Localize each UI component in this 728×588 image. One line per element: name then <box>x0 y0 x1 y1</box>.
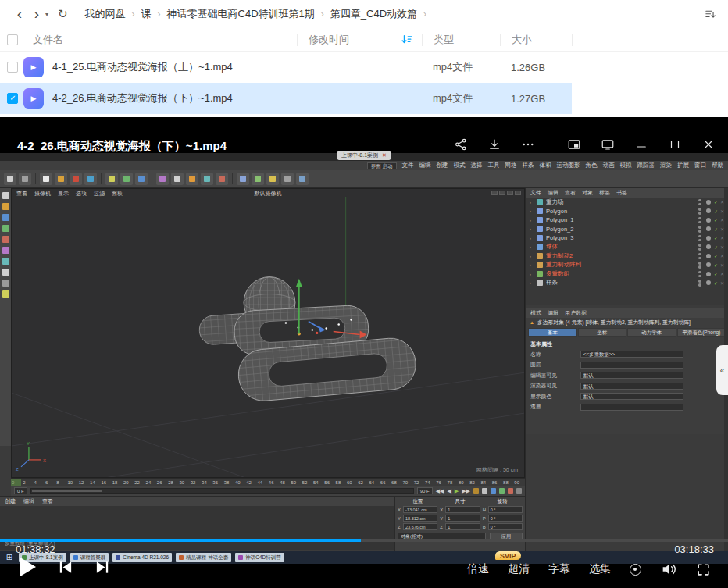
tab-phong: 平滑着色(Phong) <box>677 328 726 337</box>
volume-icon[interactable] <box>660 561 677 578</box>
picture-in-picture-icon[interactable] <box>567 137 581 151</box>
breadcrumb-item[interactable]: 课 <box>141 7 152 21</box>
breadcrumb-separator-icon: › <box>321 9 324 20</box>
play-button[interactable] <box>20 558 36 576</box>
basic-properties-section-title: 基本属性 <box>526 337 728 350</box>
viewport-menu-item: 查看 <box>16 190 27 197</box>
file-name[interactable]: 4-2_26.电商动态视觉海报（下）~1.mp4 <box>52 91 233 105</box>
quality-button[interactable]: SVIP 超清 <box>508 562 530 576</box>
object-type-icon <box>537 217 543 223</box>
row-checkbox[interactable] <box>7 93 18 104</box>
c4d-menu-item: 模拟 <box>620 162 632 169</box>
back-icon[interactable]: ‹ <box>11 5 28 23</box>
sort-desc-icon[interactable] <box>401 34 412 45</box>
timeline-tick-label: 20 <box>123 480 134 485</box>
c4d-toolbar <box>0 170 728 188</box>
refresh-icon[interactable]: ↻ <box>58 7 68 21</box>
object-type-triangle-icon: ▲ <box>530 320 534 325</box>
timeline-tick-label: 80 <box>458 480 469 485</box>
toolbar-icon <box>40 173 52 185</box>
timeline-tick-label: 38 <box>223 480 234 485</box>
rot-b-field: 0 ° <box>488 523 523 530</box>
forward-icon[interactable]: › <box>28 5 45 23</box>
download-icon[interactable] <box>487 137 501 151</box>
expand-caret-icon: › <box>530 244 534 249</box>
column-header-type[interactable]: 类型 <box>422 34 500 46</box>
more-icon[interactable] <box>521 137 535 151</box>
share-icon[interactable] <box>454 137 468 151</box>
attribute-label: 渲染器可见 <box>530 382 576 390</box>
selection-info-text: 多边形对象 (4 元素) [球体, 重力制动2, 重力制动阵列, 重力制动阵] <box>537 319 691 326</box>
next-episode-button[interactable] <box>95 559 111 576</box>
timeline-tick-label: 24 <box>145 480 156 485</box>
rot-p-field: 0 ° <box>488 515 523 522</box>
minimize-icon[interactable] <box>634 137 648 151</box>
table-row[interactable]: ▶ 4-2_26.电商动态视觉海报（下）~1.mp4 mp4文件 1.27GB <box>0 83 728 114</box>
table-row[interactable]: ▶ 4-1_25.电商动态视觉海报（上）~1.mp4 mp4文件 1.26GB <box>0 52 728 83</box>
episodes-button[interactable]: 选集 <box>589 562 611 576</box>
timeline-tick-label: 72 <box>413 480 424 485</box>
fullscreen-icon[interactable] <box>696 562 711 577</box>
progress-bar[interactable] <box>0 539 728 542</box>
select-all-checkbox[interactable] <box>7 34 18 45</box>
object-type-icon <box>537 253 543 259</box>
c4d-menu-item: 编辑 <box>419 162 431 169</box>
c4d-menu-item: 跟踪器 <box>637 162 655 169</box>
breadcrumb-item[interactable]: 第四章_C4D动效篇 <box>330 7 417 21</box>
pos-z-field: 23.676 cm <box>403 523 437 530</box>
toolbar-icon <box>70 173 82 185</box>
coords-size-title: 尺寸 <box>440 498 480 504</box>
object-type-icon <box>537 244 543 250</box>
object-type-icon <box>537 262 543 268</box>
object-row: › 重力制动阵列 ✓✕ <box>526 261 728 270</box>
object-row: › 样条 ✓✕ <box>526 279 728 288</box>
history-caret-icon[interactable]: ▾ <box>45 11 48 18</box>
svg-text:Z: Z <box>16 467 19 472</box>
playlist-expand-handle[interactable]: « <box>716 345 728 395</box>
timeline-tick-label: 84 <box>480 480 491 485</box>
object-name: Polygon <box>546 208 695 215</box>
breadcrumb-item[interactable]: 我的网盘 <box>85 7 126 21</box>
toolbar-icon <box>201 173 213 185</box>
object-type-icon <box>537 271 543 277</box>
position-key-icon <box>491 488 496 494</box>
mp4-file-icon: ▶ <box>23 88 44 109</box>
collapse-chevron-icon: « <box>720 366 725 375</box>
object-row: › 重力制动2 ✓✕ <box>526 251 728 261</box>
column-header-modified[interactable]: 修改时间 <box>297 34 422 46</box>
file-name[interactable]: 4-1_25.电商动态视觉海报（上）~1.mp4 <box>52 60 233 74</box>
visibility-dots-icon <box>698 253 701 260</box>
playback-speed-button[interactable]: 倍速 <box>467 562 489 576</box>
visibility-dots-icon <box>698 208 701 215</box>
enabled-check-icon: ✓ <box>714 217 718 223</box>
column-header-size[interactable]: 大小 <box>500 34 572 46</box>
viewport-menu-item: 选项 <box>76 190 87 197</box>
timeline-tick-label: 44 <box>257 480 268 485</box>
subtitle-button[interactable]: 字幕 <box>548 562 570 576</box>
toolbar-icon <box>281 173 294 185</box>
phong-tag-icon <box>706 272 711 276</box>
viewport-grid-spacing-label: 网格间隔 : 50 cm <box>476 466 518 474</box>
timeline-tick-label: 50 <box>290 480 301 485</box>
maximize-icon[interactable] <box>668 137 682 151</box>
tab-coordinates: 坐标 <box>578 328 627 337</box>
object-manager-menus: 文件编辑查看对象标签书签 <box>526 188 728 198</box>
svg-text:Y: Y <box>27 441 30 446</box>
toolbar-icon <box>84 173 97 185</box>
cast-screen-icon[interactable] <box>601 137 615 151</box>
timeline-tick-label: 68 <box>391 480 401 485</box>
breadcrumb-item[interactable]: 神话零基础电商C4D特训班第1期 <box>167 7 315 21</box>
viewport-menu-item: 摄像机 <box>34 190 51 197</box>
list-sort-icon[interactable] <box>704 8 717 21</box>
previous-episode-button[interactable] <box>57 559 73 576</box>
size-y-field: 1 <box>445 515 480 522</box>
loop-play-icon[interactable] <box>630 564 641 576</box>
column-header-name[interactable]: 文件名 <box>22 34 297 46</box>
row-checkbox[interactable] <box>7 62 18 73</box>
visibility-dots-icon <box>698 217 701 224</box>
attribute-field-row: 显示颜色 默认 <box>530 392 723 401</box>
close-icon[interactable] <box>701 137 716 151</box>
phong-tag-icon <box>706 218 711 223</box>
expand-caret-icon: › <box>530 262 534 267</box>
screen: ‹ › ▾ ↻ 我的网盘 › 课 › 神话零基础电商C4D特训班第1期 › 第四… <box>0 0 728 588</box>
